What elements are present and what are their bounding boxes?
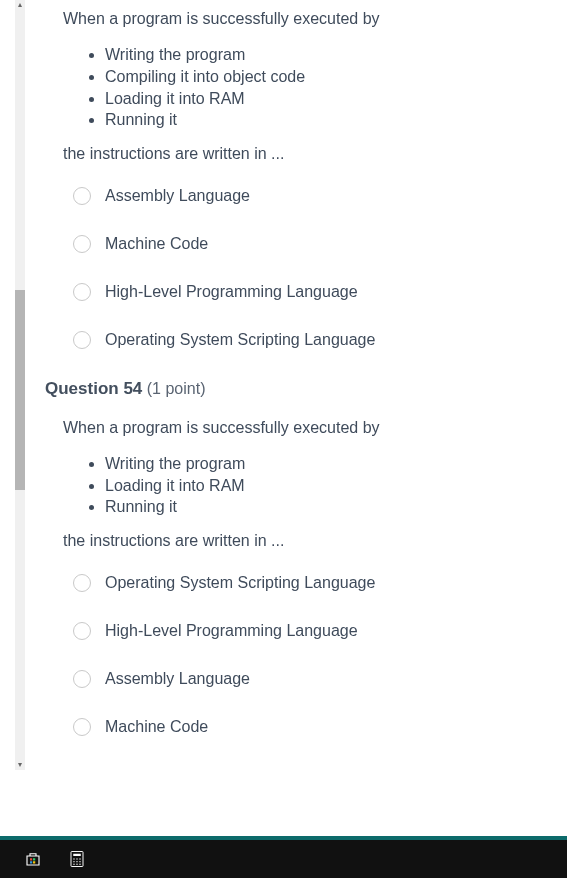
q54-bullet-2: Running it bbox=[105, 496, 545, 518]
q53-stem: When a program is successfully executed … bbox=[63, 8, 545, 30]
q54-title: Question 54 bbox=[45, 379, 142, 398]
question-54-body: When a program is successfully executed … bbox=[45, 417, 545, 736]
q54-bullets: Writing the program Loading it into RAM … bbox=[63, 453, 545, 518]
scroll-up-arrow[interactable]: ▴ bbox=[15, 0, 25, 10]
radio-unchecked-icon bbox=[73, 670, 91, 688]
q54-bullet-1: Loading it into RAM bbox=[105, 475, 545, 497]
q53-option-1[interactable]: Machine Code bbox=[73, 235, 545, 253]
svg-point-11 bbox=[79, 861, 80, 862]
svg-point-12 bbox=[73, 864, 74, 865]
radio-unchecked-icon bbox=[73, 718, 91, 736]
question-53-body: When a program is successfully executed … bbox=[45, 8, 545, 349]
q54-option-0[interactable]: Operating System Scripting Language bbox=[73, 574, 545, 592]
q53-bullet-1: Compiling it into object code bbox=[105, 66, 545, 88]
taskbar bbox=[0, 840, 567, 878]
svg-point-6 bbox=[73, 858, 74, 859]
calculator-icon[interactable] bbox=[60, 842, 94, 876]
radio-unchecked-icon bbox=[73, 283, 91, 301]
svg-point-8 bbox=[79, 858, 80, 859]
scrollbar-thumb[interactable] bbox=[15, 290, 25, 490]
scroll-down-arrow[interactable]: ▾ bbox=[15, 760, 25, 770]
q53-bullet-0: Writing the program bbox=[105, 44, 545, 66]
q53-conclude: the instructions are written in ... bbox=[63, 145, 545, 163]
svg-rect-3 bbox=[33, 861, 35, 863]
q54-option-2[interactable]: Assembly Language bbox=[73, 670, 545, 688]
q53-bullet-2: Loading it into RAM bbox=[105, 88, 545, 110]
radio-unchecked-icon bbox=[73, 331, 91, 349]
svg-rect-1 bbox=[33, 858, 35, 860]
quiz-viewport: ▴ ▾ When a program is successfully execu… bbox=[0, 0, 567, 878]
svg-point-7 bbox=[76, 858, 77, 859]
svg-rect-2 bbox=[30, 861, 32, 863]
radio-unchecked-icon bbox=[73, 574, 91, 592]
quiz-content: When a program is successfully executed … bbox=[45, 0, 545, 766]
q54-conclude: the instructions are written in ... bbox=[63, 532, 545, 550]
q54-options: Operating System Scripting Language High… bbox=[63, 574, 545, 736]
svg-point-14 bbox=[79, 864, 80, 865]
radio-unchecked-icon bbox=[73, 622, 91, 640]
microsoft-store-icon[interactable] bbox=[16, 842, 50, 876]
q53-options: Assembly Language Machine Code High-Leve… bbox=[63, 187, 545, 349]
q53-bullets: Writing the program Compiling it into ob… bbox=[63, 44, 545, 130]
q54-bullet-0: Writing the program bbox=[105, 453, 545, 475]
q53-option-3-label: Operating System Scripting Language bbox=[105, 331, 375, 349]
q54-points: (1 point) bbox=[147, 380, 206, 397]
q53-option-3[interactable]: Operating System Scripting Language bbox=[73, 331, 545, 349]
q54-option-3-label: Machine Code bbox=[105, 718, 208, 736]
q53-bullet-3: Running it bbox=[105, 109, 545, 131]
q53-option-1-label: Machine Code bbox=[105, 235, 208, 253]
q53-option-0-label: Assembly Language bbox=[105, 187, 250, 205]
q53-option-0[interactable]: Assembly Language bbox=[73, 187, 545, 205]
q54-option-0-label: Operating System Scripting Language bbox=[105, 574, 375, 592]
radio-unchecked-icon bbox=[73, 187, 91, 205]
q54-stem: When a program is successfully executed … bbox=[63, 417, 545, 439]
q53-option-2[interactable]: High-Level Programming Language bbox=[73, 283, 545, 301]
svg-rect-0 bbox=[30, 858, 32, 860]
radio-unchecked-icon bbox=[73, 235, 91, 253]
question-54-header: Question 54 (1 point) bbox=[45, 379, 545, 399]
q53-option-2-label: High-Level Programming Language bbox=[105, 283, 358, 301]
q54-option-1-label: High-Level Programming Language bbox=[105, 622, 358, 640]
svg-point-10 bbox=[76, 861, 77, 862]
svg-rect-5 bbox=[73, 854, 81, 856]
q54-option-2-label: Assembly Language bbox=[105, 670, 250, 688]
q54-option-1[interactable]: High-Level Programming Language bbox=[73, 622, 545, 640]
svg-point-9 bbox=[73, 861, 74, 862]
svg-point-13 bbox=[76, 864, 77, 865]
q54-option-3[interactable]: Machine Code bbox=[73, 718, 545, 736]
